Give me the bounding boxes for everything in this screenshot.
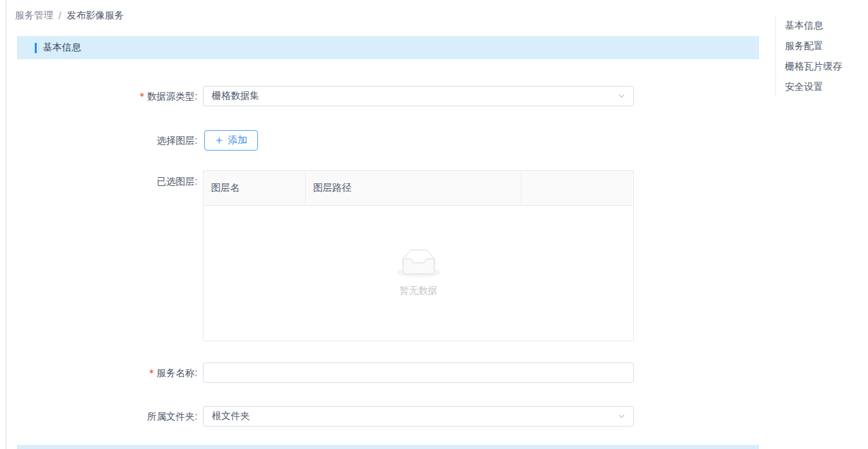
anchor-item-basic-info[interactable]: 基本信息 <box>785 15 823 35</box>
selected-layers-table: 图层名 图层路径 暂无数据 <box>203 170 634 341</box>
parent-folder-select[interactable]: 根文件夹 <box>203 406 634 427</box>
add-layer-button-label: 添加 <box>228 134 247 146</box>
datasource-type-select[interactable]: 栅格数据集 <box>203 86 634 106</box>
section-header-basic-info: 基本信息 <box>17 36 759 59</box>
table-header-row: 图层名 图层路径 <box>204 171 633 206</box>
parent-folder-label-text: 所属文件夹: <box>147 411 197 422</box>
anchor-item-service-config[interactable]: 服务配置 <box>785 35 823 56</box>
anchor-item-raster-tile-cache[interactable]: 栅格瓦片缓存 <box>785 56 842 76</box>
section-header-accent-bar <box>35 43 37 53</box>
next-section-header-strip <box>17 445 759 449</box>
select-layer-label: 选择图层: <box>0 130 197 151</box>
empty-box-icon <box>397 249 440 279</box>
breadcrumb: 服务管理 / 发布影像服务 <box>15 9 124 22</box>
table-column-layer-path: 图层路径 <box>306 171 521 205</box>
anchor-nav-rail <box>775 15 776 97</box>
datasource-type-label: *数据源类型: <box>0 86 197 106</box>
table-column-actions <box>521 171 633 205</box>
datasource-type-label-text: 数据源类型: <box>147 91 197 102</box>
chevron-down-icon <box>617 91 626 101</box>
add-layer-button[interactable]: 添加 <box>204 130 258 151</box>
required-marker: * <box>149 367 154 378</box>
empty-state-text: 暂无数据 <box>400 285 438 297</box>
service-name-input[interactable] <box>203 362 634 383</box>
breadcrumb-service-management[interactable]: 服务管理 <box>15 10 53 22</box>
table-column-layer-name: 图层名 <box>204 171 306 205</box>
table-empty-state: 暂无数据 <box>204 206 633 341</box>
publish-image-service-page: { "breadcrumb": { "root": "服务管理", "separ… <box>0 0 868 449</box>
selected-layers-label-text: 已选图层: <box>157 176 197 187</box>
selected-layers-label: 已选图层: <box>0 171 197 191</box>
parent-folder-label: 所属文件夹: <box>0 406 197 427</box>
breadcrumb-separator: / <box>59 10 61 21</box>
breadcrumb-current-page: 发布影像服务 <box>67 10 124 22</box>
parent-folder-selected-value: 根文件夹 <box>212 410 614 422</box>
chevron-down-icon <box>617 412 626 421</box>
plus-icon <box>215 136 223 144</box>
required-marker: * <box>140 91 144 102</box>
service-name-label: *服务名称: <box>0 362 197 383</box>
service-name-label-text: 服务名称: <box>157 367 197 378</box>
datasource-type-selected-value: 栅格数据集 <box>212 90 614 102</box>
select-layer-label-text: 选择图层: <box>157 135 197 146</box>
section-header-title: 基本信息 <box>43 42 81 54</box>
anchor-item-security-settings[interactable]: 安全设置 <box>785 76 823 97</box>
